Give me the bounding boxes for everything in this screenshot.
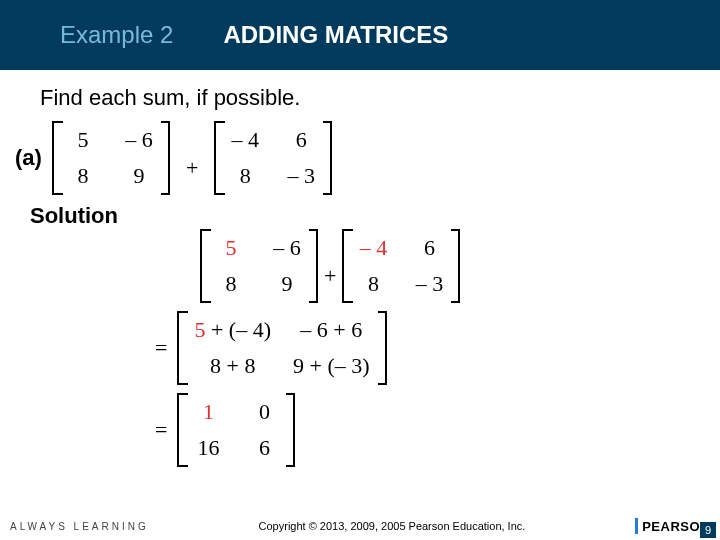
cell: – 4	[231, 127, 259, 153]
step1-matrix-a: 5 – 6 8 9	[200, 229, 318, 303]
cell: – 6	[273, 235, 301, 261]
plus-operator: +	[180, 155, 204, 181]
always-learning-text: ALWAYS LEARNING	[10, 521, 149, 532]
solution-steps: 5 – 6 8 9 + – 4 6 8 – 3 = 5 + (– 4) –	[0, 229, 720, 467]
cell: 5 + (– 4)	[194, 317, 271, 343]
plus-operator: +	[318, 263, 342, 289]
cell: – 6 + 6	[293, 317, 370, 343]
cell: – 3	[287, 163, 315, 189]
cell: 6	[415, 235, 443, 261]
cell: 8	[231, 163, 259, 189]
cell: 8	[217, 271, 245, 297]
cell: 1	[194, 399, 222, 425]
cell: 8	[359, 271, 387, 297]
cell: 5	[217, 235, 245, 261]
slide-title: ADDING MATRICES	[223, 21, 448, 49]
slide-number: 9	[700, 522, 716, 538]
cell: 8	[69, 163, 97, 189]
cell: 6	[250, 435, 278, 461]
step-1: 5 – 6 8 9 + – 4 6 8 – 3	[0, 229, 720, 303]
cell: – 4	[359, 235, 387, 261]
step3-matrix: 1 0 16 6	[177, 393, 295, 467]
cell: 16	[194, 435, 222, 461]
cell: 6	[287, 127, 315, 153]
step-3: = 1 0 16 6	[0, 393, 720, 467]
part-label: (a)	[15, 145, 42, 171]
cell: – 3	[415, 271, 443, 297]
step-2: = 5 + (– 4) – 6 + 6 8 + 8 9 + (– 3)	[0, 311, 720, 385]
cell: 5	[69, 127, 97, 153]
slide-header: Example 2 ADDING MATRICES	[0, 0, 720, 70]
equals-sign: =	[155, 417, 177, 443]
cell: 8 + 8	[194, 353, 271, 379]
instruction-text: Find each sum, if possible.	[0, 70, 720, 121]
step2-matrix: 5 + (– 4) – 6 + 6 8 + 8 9 + (– 3)	[177, 311, 386, 385]
part-a-row: (a) 5 – 6 8 9 + – 4 6 8 – 3	[0, 121, 720, 195]
copyright-text: Copyright © 2013, 2009, 2005 Pearson Edu…	[149, 520, 635, 532]
solution-label: Solution	[0, 203, 118, 229]
matrix-a: 5 – 6 8 9	[52, 121, 170, 195]
cell: – 6	[125, 127, 153, 153]
cell: 9	[125, 163, 153, 189]
pearson-bar-icon	[635, 518, 638, 534]
example-label: Example 2	[60, 21, 173, 49]
cell: 9	[273, 271, 301, 297]
matrix-b: – 4 6 8 – 3	[214, 121, 332, 195]
cell: 0	[250, 399, 278, 425]
solution-area: Solution	[0, 203, 720, 229]
step1-matrix-b: – 4 6 8 – 3	[342, 229, 460, 303]
slide-footer: ALWAYS LEARNING Copyright © 2013, 2009, …	[0, 512, 720, 540]
cell: 9 + (– 3)	[293, 353, 370, 379]
equals-sign: =	[155, 335, 177, 361]
pearson-logo: PEARSON	[635, 518, 710, 534]
